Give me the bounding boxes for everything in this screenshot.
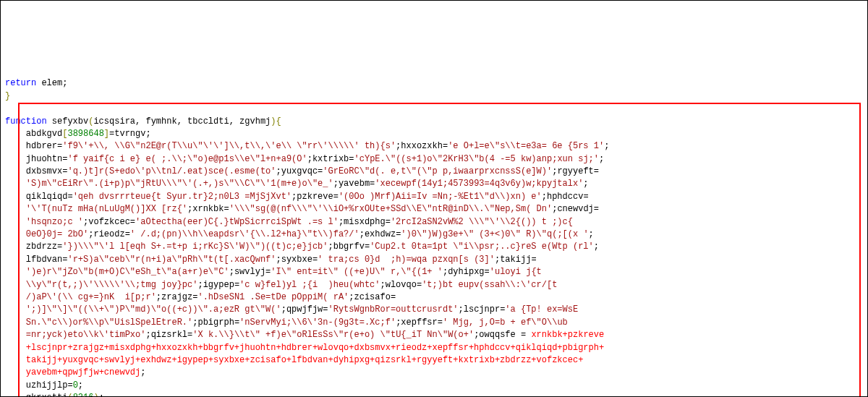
code-line-13: zbdrzz='})\\\"\'l l[eqh S+.=t+p i;rKc}S\…	[5, 241, 863, 253]
code-line-3: function sefyxbv(icsqsira, fymhnk, tbccl…	[5, 116, 863, 128]
code-line-1: }	[5, 90, 863, 103]
code-lines: return elem;} function sefyxbv(icsqsira,…	[5, 77, 863, 397]
code-line-0: return elem;	[5, 77, 863, 90]
code-line-15: ')e)r\"jZo\"b(m+O)C\"eSh_t\"a(a+r)e\"C';…	[5, 266, 863, 278]
code-line-16: \\y\"r(t,;)\'\\\\\'\\;tmg joy}pc';igypep…	[5, 279, 863, 291]
code-line-22: takijj+yuxgvqc+swvlyj+exhdwz+igypep+syxb…	[5, 354, 863, 367]
code-line-7: dxbsmvx='q.)t]r(S+edo\'p\\tnl/.eat)sce(.…	[5, 166, 863, 178]
code-line-4: abdkgvd[3898648]=tvrngv;	[5, 128, 863, 140]
code-line-8: 'S)m\"cEiRr\".(i+p)p\"jRtU\\\"\'(.+,)s\"…	[5, 178, 863, 190]
code-line-6: jhuohtn='f yaif{c i e} e( ;.\\;\"o)e@p1s…	[5, 153, 863, 166]
code-line-9: qiklqiqd='qeh dvsrrrteue{t Syur.tr}2;n0L…	[5, 191, 863, 203]
code-line-25: gkrxstti(8316);	[5, 392, 863, 397]
code-line-11: 'hsqnzo;c ';vofzkcec='aOtectha(eer)C{.}t…	[5, 216, 863, 229]
code-line-2	[5, 103, 863, 115]
code-line-10: '\'T(nuTz mHa(nLuUgM()]XX [rz{';xrnkbk='…	[5, 203, 863, 215]
code-line-24: uzhijjlp=0;	[5, 380, 863, 392]
code-line-20: =nr;yck)eto\\k\'timPxo';qizsrkl='X k.\\}…	[5, 329, 863, 341]
code-line-5: hdbrer='f9\'+\\, \\G\"n2E@r(T\\u\"\'\']\…	[5, 140, 863, 153]
code-line-14: lfbdvan='r+S)a\"ceb\"r(n+i)a\"pRh\"t(t[.…	[5, 254, 863, 266]
code-line-17: /)aP\'(\\ cg+=}nK i[p;r';zrajgz='.hDseSN…	[5, 291, 863, 304]
code-line-23: yavebm+qpwjfjw+cnewvdj;	[5, 367, 863, 379]
code-viewer: return elem;} function sefyxbv(icsqsira,…	[1, 51, 867, 397]
code-line-12: 0eO}0j= 2bO';rieodz=' /.d;(pn)\\h\\eapds…	[5, 229, 863, 241]
code-line-18: ';)]\"\]\"((\\+\")P\"md)\"o((+c))\".a;ez…	[5, 304, 863, 316]
code-line-19: Sn.\"c\\)or%\\p\"UislSpelEtreR.';pbigrph…	[5, 317, 863, 329]
code-line-21: +lscjnpr+zrajgz+misxdphg+hxxozxkh+bbgrfv…	[5, 342, 863, 354]
